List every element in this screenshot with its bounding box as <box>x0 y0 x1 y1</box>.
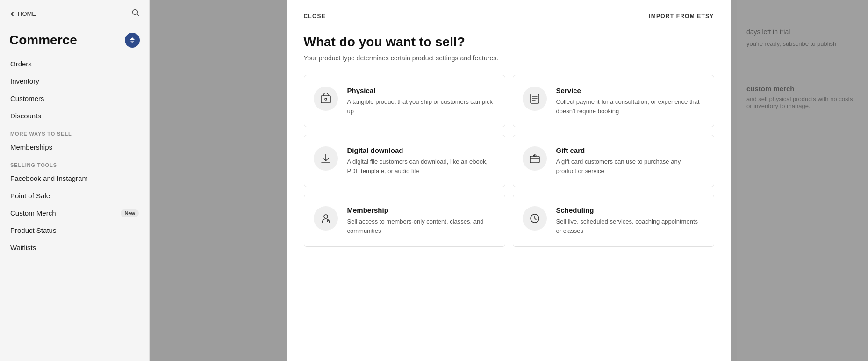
section-selling-tools: SELLING TOOLS <box>0 156 149 170</box>
physical-desc: A tangible product that you ship or cust… <box>347 97 494 116</box>
modal-subtitle: Your product type determines certain pro… <box>304 54 714 62</box>
product-card-digital[interactable]: Digital download A digital file customer… <box>304 135 505 187</box>
digital-info: Digital download A digital file customer… <box>347 146 494 175</box>
sidebar-item-waitlists[interactable]: Waitlists <box>0 239 149 256</box>
section-more-ways: MORE WAYS TO SELL <box>0 124 149 138</box>
svg-point-11 <box>324 215 328 218</box>
svg-rect-2 <box>321 96 330 103</box>
sidebar-item-discounts[interactable]: Discounts <box>0 107 149 124</box>
navigation-icon[interactable] <box>125 33 140 48</box>
svg-point-3 <box>325 98 327 100</box>
physical-info: Physical A tangible product that you shi… <box>347 87 494 116</box>
modal-container: CLOSE IMPORT FROM ETSY What do you want … <box>150 0 868 361</box>
sidebar-item-facebook-instagram[interactable]: Facebook and Instagram <box>0 170 149 187</box>
main-content: CLOSE IMPORT FROM ETSY What do you want … <box>150 0 868 361</box>
sidebar-item-point-of-sale[interactable]: Point of Sale <box>0 187 149 204</box>
modal-panel: CLOSE IMPORT FROM ETSY What do you want … <box>287 0 731 361</box>
sidebar-item-orders[interactable]: Orders <box>0 55 149 72</box>
membership-desc: Sell access to members-only content, cla… <box>347 217 494 235</box>
gift-card-desc: A gift card customers can use to purchas… <box>556 157 703 175</box>
modal-header: CLOSE IMPORT FROM ETSY <box>304 13 714 20</box>
scheduling-icon <box>523 206 547 231</box>
sidebar-item-customers[interactable]: Customers <box>0 90 149 107</box>
physical-name: Physical <box>347 87 494 94</box>
product-card-scheduling[interactable]: Scheduling Sell live, scheduled services… <box>513 195 714 247</box>
membership-icon <box>314 206 338 231</box>
search-icon[interactable] <box>131 8 140 19</box>
svg-rect-9 <box>530 156 539 163</box>
gift-card-icon <box>523 146 547 171</box>
sidebar-item-memberships[interactable]: Memberships <box>0 138 149 156</box>
new-badge: New <box>121 209 139 217</box>
gift-card-name: Gift card <box>556 146 703 154</box>
product-card-service[interactable]: Service Collect payment for a consultati… <box>513 75 714 127</box>
close-button[interactable]: CLOSE <box>304 13 326 20</box>
chevron-left-icon <box>9 11 15 17</box>
sidebar-item-inventory[interactable]: Inventory <box>0 72 149 90</box>
digital-download-icon <box>314 146 338 171</box>
gift-card-info: Gift card A gift card customers can use … <box>556 146 703 175</box>
service-name: Service <box>556 87 703 94</box>
sidebar: HOME Commerce Orders Inventory Customers <box>0 0 150 361</box>
digital-name: Digital download <box>347 146 494 154</box>
sidebar-item-custom-merch[interactable]: Custom Merch New <box>0 204 149 222</box>
svg-line-1 <box>137 14 139 16</box>
sidebar-top: HOME <box>0 0 149 24</box>
sidebar-item-product-status[interactable]: Product Status <box>0 222 149 239</box>
service-icon <box>523 87 547 111</box>
physical-icon <box>314 87 338 111</box>
scheduling-name: Scheduling <box>556 206 703 214</box>
sidebar-home-link[interactable]: HOME <box>9 10 36 17</box>
membership-name: Membership <box>347 206 494 214</box>
modal-title: What do you want to sell? <box>304 35 714 50</box>
service-desc: Collect payment for a consultation, or e… <box>556 97 703 116</box>
sidebar-title: Commerce <box>9 33 77 48</box>
import-from-etsy-button[interactable]: IMPORT FROM ETSY <box>649 13 714 20</box>
sidebar-title-row: Commerce <box>0 24 149 51</box>
scheduling-desc: Sell live, scheduled services, coaching … <box>556 217 703 235</box>
service-info: Service Collect payment for a consultati… <box>556 87 703 116</box>
product-card-physical[interactable]: Physical A tangible product that you shi… <box>304 75 505 127</box>
product-card-membership[interactable]: Membership Sell access to members-only c… <box>304 195 505 247</box>
home-label: HOME <box>18 10 36 17</box>
membership-info: Membership Sell access to members-only c… <box>347 206 494 235</box>
svg-point-0 <box>133 10 138 15</box>
scheduling-info: Scheduling Sell live, scheduled services… <box>556 206 703 235</box>
sidebar-navigation: Orders Inventory Customers Discounts MOR… <box>0 51 149 361</box>
digital-desc: A digital file customers can download, l… <box>347 157 494 175</box>
product-card-gift-card[interactable]: Gift card A gift card customers can use … <box>513 135 714 187</box>
product-type-grid: Physical A tangible product that you shi… <box>304 75 714 247</box>
